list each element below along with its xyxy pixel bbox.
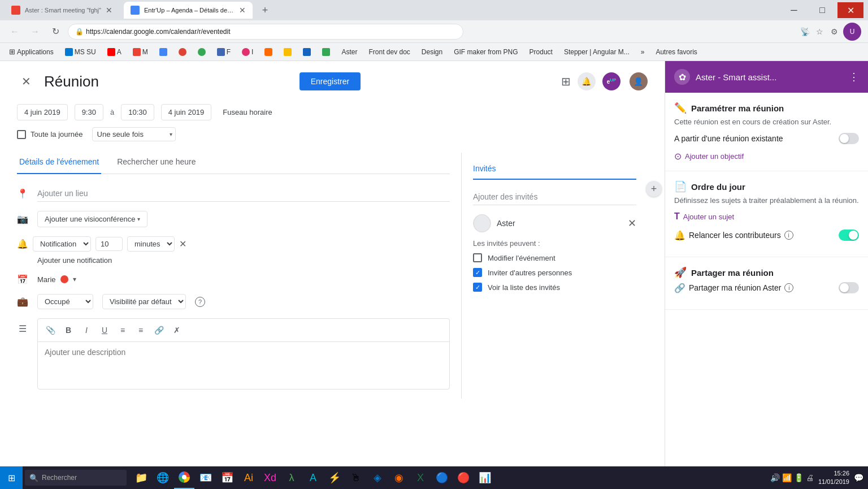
taskbar-icon-edge[interactable]: 🌐 bbox=[153, 466, 173, 489]
perm-view-checkbox[interactable]: ✓ bbox=[473, 283, 482, 292]
bookmark-autres[interactable]: Autres favoris bbox=[651, 46, 701, 58]
bookmark-more[interactable]: » bbox=[636, 46, 649, 58]
bookmark-gmail[interactable]: M bbox=[128, 46, 153, 58]
description-input[interactable] bbox=[38, 342, 449, 387]
bookmark-shield[interactable] bbox=[318, 46, 335, 58]
profile-avatar[interactable]: U bbox=[843, 23, 861, 41]
customize-icon[interactable]: ⚙ bbox=[828, 26, 840, 37]
reload-button[interactable]: ↻ bbox=[47, 24, 63, 40]
back-button[interactable]: ← bbox=[7, 24, 23, 40]
bookmark-i[interactable]: I bbox=[237, 46, 258, 58]
user-avatar[interactable]: eUP bbox=[602, 72, 620, 90]
bookmark-applications[interactable]: ⊞ Applications bbox=[5, 46, 58, 58]
add-subject-link[interactable]: T Ajouter un sujet bbox=[674, 211, 859, 222]
maximize-button[interactable]: □ bbox=[809, 2, 835, 18]
share-toggle[interactable] bbox=[839, 282, 859, 293]
cast-icon[interactable]: 📡 bbox=[799, 26, 810, 37]
visibility-select[interactable]: Visibilité par défaut Public Privé bbox=[102, 294, 186, 309]
start-date-picker[interactable]: 4 juin 2019 bbox=[17, 104, 68, 120]
timezone-link[interactable]: Fuseau horaire bbox=[223, 108, 272, 116]
bookmark-icon[interactable]: ☆ bbox=[814, 26, 825, 37]
taskbar-icon-chrome2[interactable]: 🔵 bbox=[432, 466, 452, 489]
tab-entrup[interactable]: Entr'Up – Agenda – Détails de l'é... ✕ bbox=[124, 2, 253, 19]
notification-unit-select[interactable]: minutes heures jours bbox=[127, 236, 175, 252]
taskbar-icon-filezilla[interactable]: ⚡ bbox=[324, 466, 345, 489]
add-guests-input[interactable] bbox=[473, 189, 636, 205]
tab-close-entrup[interactable]: ✕ bbox=[239, 6, 246, 15]
network-icon[interactable]: 📶 bbox=[782, 473, 792, 482]
remove-notification-button[interactable]: ✕ bbox=[179, 239, 186, 249]
add-section-button[interactable]: + bbox=[646, 181, 662, 197]
italic-button[interactable]: I bbox=[79, 322, 94, 338]
notification-value-input[interactable] bbox=[96, 237, 123, 251]
repeat-select[interactable]: Une seule fois Tous les jours Toutes les… bbox=[92, 127, 176, 141]
remove-guest-button[interactable]: ✕ bbox=[628, 217, 636, 230]
share-help-icon[interactable]: i bbox=[784, 283, 793, 292]
bookmark-product[interactable]: Product bbox=[525, 46, 557, 58]
taskbar-icon-explorer[interactable]: 📁 bbox=[131, 466, 151, 489]
bookmark-stepper[interactable]: Stepper | Angular M... bbox=[559, 46, 634, 58]
taskbar-icon-orange[interactable]: ◉ bbox=[389, 466, 409, 489]
tab-event-details[interactable]: Détails de l'événement bbox=[17, 153, 101, 174]
perm-modify-checkbox[interactable] bbox=[473, 253, 482, 262]
end-time-picker[interactable]: 10:30 bbox=[121, 104, 154, 120]
bookmark-red[interactable] bbox=[174, 46, 191, 58]
taskbar-icon-illustrator[interactable]: Ai bbox=[238, 466, 259, 489]
notifications-taskbar-icon[interactable]: 💬 bbox=[854, 473, 863, 482]
allday-checkbox[interactable] bbox=[17, 130, 26, 139]
location-input[interactable] bbox=[37, 185, 450, 202]
tab-aster[interactable]: Aster : Smart meeting "fghj" ✕ bbox=[5, 2, 119, 19]
taskbar-icon-red[interactable]: 🔴 bbox=[453, 466, 474, 489]
start-time-picker[interactable]: 9:30 bbox=[75, 104, 103, 120]
bookmark-adobe[interactable]: A bbox=[103, 46, 126, 58]
bookmark-gcal[interactable] bbox=[155, 46, 172, 58]
taskbar-icon-lambda[interactable]: λ bbox=[281, 466, 302, 489]
bookmark-gifmaker[interactable]: GIF maker from PNG bbox=[449, 46, 522, 58]
attach-button[interactable]: 📎 bbox=[42, 322, 58, 338]
bookmark-frontdev[interactable]: Front dev doc bbox=[364, 46, 414, 58]
close-event-button[interactable]: ✕ bbox=[17, 72, 35, 90]
bookmark-orange[interactable] bbox=[260, 46, 277, 58]
bookmark-green[interactable] bbox=[193, 46, 210, 58]
forward-button[interactable]: → bbox=[27, 24, 43, 40]
link-button[interactable]: 🔗 bbox=[151, 322, 167, 338]
bookmark-design[interactable]: Design bbox=[417, 46, 447, 58]
bold-button[interactable]: B bbox=[60, 322, 76, 338]
sound-icon[interactable]: 🔊 bbox=[770, 473, 780, 482]
taskbar-icon-vscode[interactable]: ◈ bbox=[367, 466, 388, 489]
start-button[interactable]: ⊞ bbox=[0, 466, 23, 489]
battery-icon[interactable]: 🔋 bbox=[794, 473, 804, 482]
ordered-list-button[interactable]: ≡ bbox=[115, 322, 131, 338]
bookmark-mssu[interactable]: MS SU bbox=[60, 46, 101, 58]
add-videoconf-button[interactable]: Ajouter une visioconférence ▾ bbox=[37, 211, 147, 227]
relance-help-icon[interactable]: i bbox=[784, 231, 793, 240]
relance-toggle[interactable] bbox=[839, 230, 859, 241]
underline-button[interactable]: U bbox=[97, 322, 112, 338]
end-date-picker[interactable]: 4 juin 2019 bbox=[161, 104, 212, 120]
taskbar-icon-excel[interactable]: 📊 bbox=[475, 466, 495, 489]
tab-search-time[interactable]: Rechercher une heure bbox=[115, 153, 198, 174]
apps-grid-icon[interactable]: ⊞ bbox=[561, 75, 571, 88]
new-tab-button[interactable]: + bbox=[257, 2, 273, 18]
taskbar-icon-mail[interactable]: 📧 bbox=[196, 466, 216, 489]
taskbar-icon-excel-a[interactable]: X bbox=[410, 466, 431, 489]
taskbar-icon-cal[interactable]: 📅 bbox=[217, 466, 237, 489]
notifications-icon[interactable]: 🔔 bbox=[578, 72, 596, 90]
allday-checkbox-label[interactable]: Toute la journée bbox=[17, 130, 83, 139]
profile-photo[interactable]: 👤 bbox=[630, 72, 648, 90]
aster-menu-button[interactable]: ⋮ bbox=[849, 71, 859, 83]
bookmark-yellow[interactable] bbox=[279, 46, 296, 58]
bookmark-blue[interactable] bbox=[298, 46, 315, 58]
add-notification-link[interactable]: Ajouter une notification bbox=[17, 256, 450, 265]
minimize-button[interactable]: ─ bbox=[781, 2, 807, 18]
taskbar-icon-xd[interactable]: Xd bbox=[260, 466, 280, 489]
printer-icon[interactable]: 🖨 bbox=[806, 473, 814, 482]
calendar-dropdown-icon[interactable]: ▾ bbox=[73, 275, 76, 283]
taskbar-icon-cursor[interactable]: 🖱 bbox=[346, 466, 366, 489]
url-bar[interactable]: 🔒 https://calendar.google.com/calendar/r… bbox=[68, 24, 463, 40]
existing-meeting-toggle[interactable] bbox=[839, 133, 859, 144]
tab-close-aster[interactable]: ✕ bbox=[106, 6, 112, 15]
notification-type-select[interactable]: Notification Email bbox=[33, 236, 91, 252]
bookmark-f[interactable]: F bbox=[212, 46, 235, 58]
help-icon[interactable]: ? bbox=[195, 297, 205, 307]
